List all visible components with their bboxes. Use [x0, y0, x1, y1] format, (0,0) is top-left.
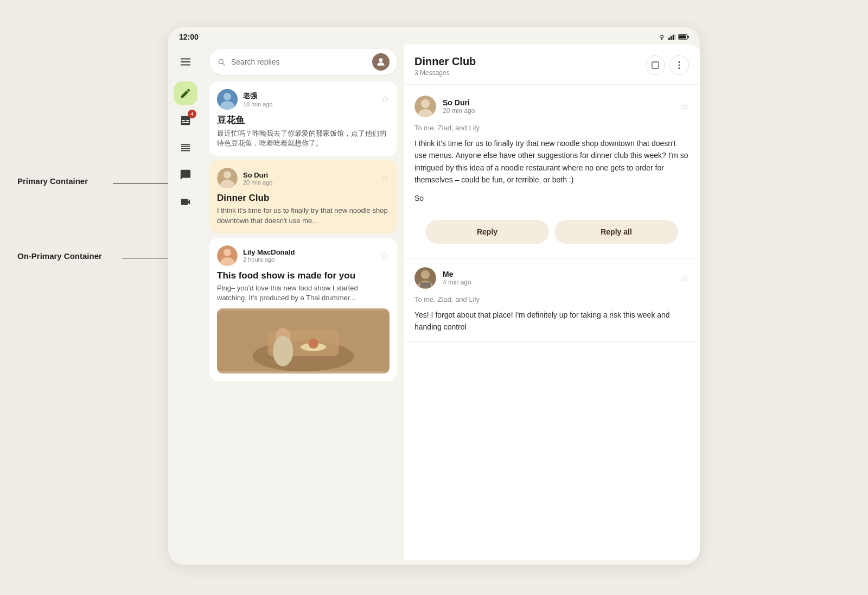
svg-point-0: [661, 39, 662, 40]
sender-block-1: So Duri 20 min ago: [443, 98, 674, 115]
msg-star-2[interactable]: ☆: [680, 273, 689, 283]
wifi-icon: [658, 34, 666, 40]
status-time: 12:00: [179, 33, 199, 41]
reply-all-button[interactable]: Reply all: [554, 220, 678, 244]
user-avatar[interactable]: [372, 53, 390, 71]
email-header-1: 老强 10 min ago ☆: [217, 89, 390, 110]
svg-rect-7: [679, 35, 686, 39]
svg-point-10: [224, 93, 231, 100]
email-meta-3: Lily MacDonald 2 hours ago: [243, 248, 375, 263]
svg-point-13: [224, 171, 231, 179]
msg-time-1: 20 min ago: [443, 107, 674, 115]
search-bar[interactable]: [209, 49, 397, 75]
star-1[interactable]: ☆: [381, 94, 390, 104]
nav-inbox[interactable]: 4: [174, 109, 197, 132]
msg-avatar-img-1: [414, 96, 436, 117]
nav-video[interactable]: [174, 190, 197, 214]
nav-compose[interactable]: [174, 81, 197, 105]
menu-icon: [180, 56, 192, 68]
nav-menu[interactable]: [174, 50, 197, 74]
messages-count: 3 Messages: [414, 69, 640, 77]
svg-point-8: [379, 58, 383, 62]
nav-list[interactable]: [174, 136, 197, 160]
msg-body-2: Yes! I forgot about that place! I'm defi…: [414, 309, 689, 333]
detail-header: Dinner Club 3 Messages: [404, 45, 700, 85]
svg-point-24: [308, 338, 318, 349]
search-icon: [217, 58, 226, 66]
annotation-line-primary: [113, 183, 171, 184]
subject-2: Dinner Club: [217, 193, 390, 204]
email-list-panel: 老强 10 min ago ☆ 豆花鱼 最近忙吗？昨晚我去了你最爱的那家饭馆，点…: [203, 45, 404, 560]
svg-rect-6: [688, 36, 689, 38]
sender-2: So Duri: [243, 171, 375, 179]
msg-star-1[interactable]: ☆: [680, 102, 689, 111]
detail-subject: Dinner Club: [414, 55, 640, 68]
time-1: 10 min ago: [243, 101, 375, 107]
detail-square-btn[interactable]: [646, 55, 665, 75]
message-header-1: So Duri 20 min ago ☆: [414, 96, 689, 117]
svg-rect-3: [673, 35, 674, 40]
svg-rect-1: [668, 37, 670, 40]
nav-sidebar: 4: [168, 45, 203, 560]
message-1: So Duri 20 min ago ☆ To me, Ziad, and Li…: [404, 85, 700, 258]
svg-rect-25: [652, 62, 659, 68]
email-header-2: So Duri 20 min ago ☆: [217, 168, 390, 188]
time-2: 20 min ago: [243, 179, 375, 186]
svg-point-26: [678, 61, 680, 63]
star-3[interactable]: ☆: [381, 251, 390, 261]
msg-sender-1: So Duri: [443, 98, 674, 107]
message-avatar-1: [414, 96, 436, 117]
email-image-3: [217, 308, 390, 374]
phone-frame: 12:00: [168, 27, 700, 565]
email-meta-2: So Duri 20 min ago: [243, 171, 375, 186]
avatar-img-1: [217, 89, 238, 110]
sender-block-2: Me 4 min ago: [443, 270, 674, 286]
reply-button[interactable]: Reply: [425, 220, 549, 244]
preview-1: 最近忙吗？昨晚我去了你最爱的那家饭馆，点了他们的特色豆花鱼，吃着吃着就想你了。: [217, 129, 390, 148]
user-icon: [375, 56, 386, 67]
time-3: 2 hours ago: [243, 256, 375, 263]
status-bar: 12:00: [168, 27, 700, 45]
msg-time-2: 4 min ago: [443, 278, 674, 286]
star-2[interactable]: ☆: [381, 173, 390, 183]
chat-icon: [180, 169, 192, 181]
subject-1: 豆花鱼: [217, 114, 390, 126]
svg-rect-2: [671, 36, 672, 40]
annotation-primary-container: Primary Container: [17, 176, 88, 186]
subject-3: This food show is made for you: [217, 270, 390, 281]
svg-point-28: [678, 67, 680, 69]
detail-more-btn[interactable]: [669, 55, 689, 75]
square-icon: [651, 61, 660, 69]
email-list: 老强 10 min ago ☆ 豆花鱼 最近忙吗？昨晚我去了你最爱的那家饭馆，点…: [203, 81, 404, 560]
message-avatar-2: [414, 267, 436, 289]
msg-to-1: To me, Ziad, and Lily: [414, 124, 689, 132]
list-icon: [180, 142, 192, 154]
svg-point-27: [678, 64, 680, 66]
avatar-img-2: [217, 168, 238, 188]
email-item-1[interactable]: 老强 10 min ago ☆ 豆花鱼 最近忙吗？昨晚我去了你最爱的那家饭馆，点…: [209, 81, 397, 156]
preview-3: Ping– you'd love this new food show I st…: [217, 283, 390, 303]
svg-rect-4: [675, 34, 676, 40]
annotation-on-primary: On-Primary Container: [17, 251, 102, 261]
detail-title-block: Dinner Club 3 Messages: [414, 55, 640, 77]
search-input[interactable]: [231, 58, 367, 66]
msg-body-1: I think it's time for us to finally try …: [414, 137, 689, 186]
email-header-3: Lily MacDonald 2 hours ago ☆: [217, 245, 390, 266]
svg-point-30: [421, 99, 430, 108]
message-2[interactable]: Me 4 min ago ☆ To me, Ziad, and Lily Yes…: [404, 258, 700, 343]
email-item-2[interactable]: So Duri 20 min ago ☆ Dinner Club I think…: [209, 160, 397, 233]
status-icons: [658, 34, 689, 40]
email-thumbnail-3: [217, 308, 390, 374]
svg-point-33: [421, 270, 430, 279]
avatar-img-3: [217, 245, 238, 266]
avatar-3: [217, 245, 238, 266]
message-header-2: Me 4 min ago ☆: [414, 267, 689, 289]
email-item-3[interactable]: Lily MacDonald 2 hours ago ☆ This food s…: [209, 238, 397, 381]
compose-icon: [180, 87, 192, 99]
svg-rect-35: [420, 282, 431, 288]
avatar-2: [217, 168, 238, 188]
svg-point-16: [224, 249, 231, 256]
nav-chat[interactable]: [174, 163, 197, 187]
email-meta-1: 老强 10 min ago: [243, 91, 375, 107]
sender-3: Lily MacDonald: [243, 248, 375, 256]
